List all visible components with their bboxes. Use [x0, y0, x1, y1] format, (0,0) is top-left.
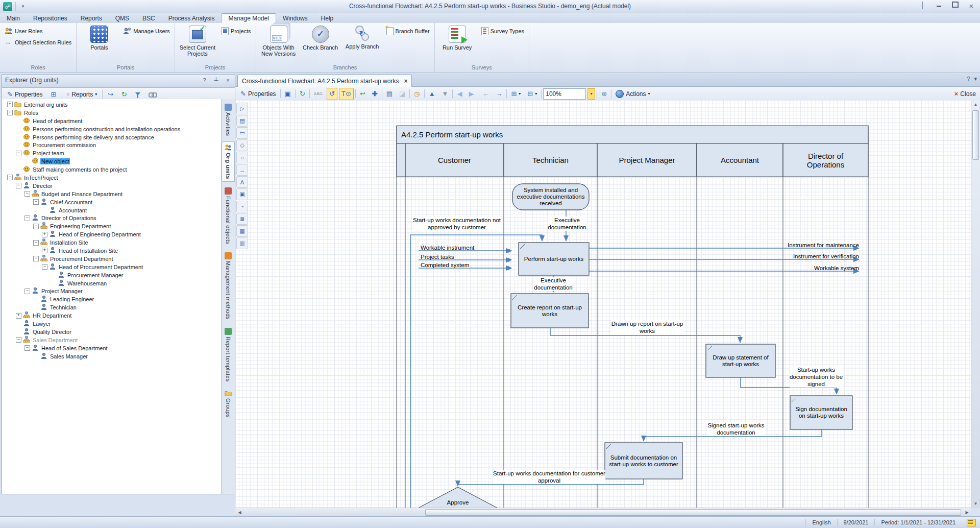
- document-tab-close-icon[interactable]: ×: [404, 78, 407, 85]
- tree-item-new-object[interactable]: New object: [3, 157, 221, 165]
- projects-button[interactable]: Projects: [220, 26, 253, 36]
- navigator-tab-management-methods[interactable]: Management methods: [222, 250, 235, 322]
- decision-tool-button[interactable]: ◇: [236, 139, 248, 151]
- tree-expander-icon[interactable]: −: [7, 175, 13, 180]
- tree-item-intechproject[interactable]: −InTechProject: [3, 174, 221, 182]
- tree-expander-icon[interactable]: −: [24, 215, 30, 221]
- document-tab[interactable]: Cross-functional Flowchart: A4.2.5 Perfo…: [237, 75, 412, 87]
- tree-item-external-org-units[interactable]: +External org units: [3, 101, 221, 109]
- menu-tab-manage-model[interactable]: Manage Model: [221, 13, 276, 23]
- tree-item-technician[interactable]: Technician: [3, 303, 221, 311]
- object-tool-button[interactable]: ≣: [236, 213, 248, 225]
- status-language[interactable]: English: [805, 519, 837, 526]
- database-tool-button[interactable]: ▦: [236, 225, 248, 237]
- tree-item-leading-engineer[interactable]: Leading Engineer: [3, 295, 221, 303]
- navigator-tab-org-units[interactable]: Org units: [222, 141, 235, 182]
- tree-item-procurement-commission[interactable]: Procurement commission: [3, 141, 221, 149]
- status-list-icon[interactable]: [967, 519, 976, 526]
- check-branch-button[interactable]: Check Branch: [301, 24, 340, 52]
- lane-header-project-manager[interactable]: Project Manager: [597, 143, 697, 177]
- reports-button[interactable]: ▫ Reports ▾: [64, 88, 101, 100]
- tree-expander-icon[interactable]: −: [16, 337, 21, 343]
- lane-header-accountant[interactable]: Accountant: [697, 143, 783, 177]
- actions-button[interactable]: Actions▾: [613, 88, 652, 100]
- tree-expander-icon[interactable]: +: [7, 102, 13, 107]
- doc-help-icon[interactable]: ?: [967, 76, 970, 82]
- move-mode-button[interactable]: ✚: [370, 88, 380, 100]
- apply-branch-button[interactable]: ↻Apply Branch: [343, 24, 382, 51]
- tree-item-sales-manager[interactable]: Sales Manager: [3, 352, 221, 361]
- tree-item-installation-site[interactable]: −Installation Site: [3, 238, 221, 247]
- tree-item-persons-performing-construction-and-installation-operations[interactable]: Persons performing construction and inst…: [3, 125, 221, 133]
- doc-collapse-icon[interactable]: ▾: [974, 76, 977, 82]
- manage-users-button[interactable]: Manage Users: [121, 26, 172, 36]
- tree-expander-icon[interactable]: −: [24, 289, 30, 294]
- menu-tab-help[interactable]: Help: [314, 14, 340, 23]
- vertical-scrollbar[interactable]: ▲ ▼: [971, 100, 980, 508]
- navigator-tab-groups[interactable]: Groups: [222, 387, 235, 420]
- save-button[interactable]: ▣: [282, 88, 293, 100]
- tree-item-budget-and-finance-department[interactable]: −Budget and Finance Department: [3, 190, 221, 198]
- timer-tool-button[interactable]: ◔: [236, 201, 248, 212]
- tree-expander-icon[interactable]: −: [42, 264, 47, 270]
- tree-expander-icon[interactable]: −: [16, 183, 21, 188]
- tree-expander-icon[interactable]: +: [42, 232, 47, 237]
- lane-header-customer[interactable]: Customer: [405, 143, 504, 177]
- link-button[interactable]: [145, 88, 159, 100]
- update-links-button[interactable]: ⊛: [599, 88, 609, 100]
- label-position-toggle[interactable]: T⊙: [339, 88, 354, 100]
- tree-expander-icon[interactable]: −: [7, 110, 13, 115]
- tree-item-procurement-manager[interactable]: Procurement Manager: [3, 271, 221, 279]
- next-diagram-button[interactable]: →: [493, 88, 505, 100]
- status-date[interactable]: 9/20/2021: [837, 519, 875, 526]
- tree-expander-icon[interactable]: +: [16, 313, 21, 319]
- tree-item-head-of-installation-site[interactable]: +Head of Installation Site: [3, 247, 221, 255]
- spelling-button[interactable]: ABC: [311, 88, 325, 100]
- refresh-button[interactable]: ↻: [118, 88, 130, 100]
- help-icon[interactable]: ?: [200, 76, 209, 85]
- tree-item-head-of-procurement-department[interactable]: −Head of Procurement Department: [3, 263, 221, 271]
- text-report-button[interactable]: ▤: [384, 88, 395, 100]
- menu-tab-bsc[interactable]: BSC: [136, 14, 162, 23]
- scroll-down-icon[interactable]: ▼: [971, 499, 980, 508]
- tree-item-chief-accountant[interactable]: −Chief Accountant: [3, 198, 221, 206]
- zoom-select[interactable]: 100%: [543, 88, 586, 100]
- tree-expander-icon[interactable]: +: [42, 248, 47, 253]
- tree-item-project-manager[interactable]: −Project Manager: [3, 287, 221, 295]
- move-up-button[interactable]: ▲: [426, 88, 438, 100]
- open-parent-button[interactable]: ⊞▾: [508, 88, 523, 100]
- tree-item-staff-making-comments-on-the-project[interactable]: Staff making comments on the project: [3, 165, 221, 174]
- status-period[interactable]: Period: 1/1/2021 - 12/31/2021: [874, 519, 962, 526]
- select-current-projects-button[interactable]: Select Current Projects: [178, 24, 217, 58]
- pointer-tool-button[interactable]: ▷: [236, 103, 248, 114]
- image-tool-button[interactable]: ▣: [236, 188, 248, 200]
- nav-forward-button[interactable]: ▶: [466, 88, 476, 100]
- menu-tab-main[interactable]: Main: [0, 14, 27, 23]
- tree-item-lawyer[interactable]: Lawyer: [3, 320, 221, 328]
- tree-expander-icon[interactable]: −: [33, 199, 39, 205]
- menu-tab-repositories[interactable]: Repositories: [27, 14, 74, 23]
- process-tool-button[interactable]: ▭: [236, 127, 248, 139]
- horizontal-scroll-thumb[interactable]: [425, 509, 961, 516]
- properties-button[interactable]: ✎ Properties: [4, 88, 46, 100]
- filter-button[interactable]: [132, 88, 143, 100]
- sync-tree-button[interactable]: ⊞: [48, 88, 60, 100]
- text-tool-button[interactable]: A: [236, 176, 248, 188]
- tree-item-engineering-department[interactable]: −Engineering Department: [3, 222, 221, 230]
- tree-expander-icon[interactable]: −: [33, 256, 39, 261]
- return-button[interactable]: ↩: [357, 88, 368, 100]
- diagram-properties-button[interactable]: ✎Properties: [238, 88, 279, 100]
- tree-item-warehouseman[interactable]: Warehouseman: [3, 279, 221, 287]
- horizontal-scrollbar[interactable]: ◀ ▶: [235, 508, 971, 517]
- time-parameters-button[interactable]: ◷: [411, 88, 422, 100]
- tree-item-head-of-sales-department[interactable]: −Head of Sales Department: [3, 344, 221, 352]
- user-roles-button[interactable]: User Roles: [3, 26, 44, 36]
- open-child-button[interactable]: ⊟▾: [525, 88, 540, 100]
- scroll-right-icon[interactable]: ▶: [963, 508, 971, 517]
- tree-item-hr-department[interactable]: +HR Department: [3, 311, 221, 320]
- move-down-button[interactable]: ▼: [439, 88, 451, 100]
- prev-diagram-button[interactable]: ←: [480, 88, 492, 100]
- portals-button[interactable]: Portals: [80, 24, 118, 52]
- group-tool-button[interactable]: ▥: [236, 237, 248, 249]
- refresh-diagram-button[interactable]: ↻: [297, 88, 308, 100]
